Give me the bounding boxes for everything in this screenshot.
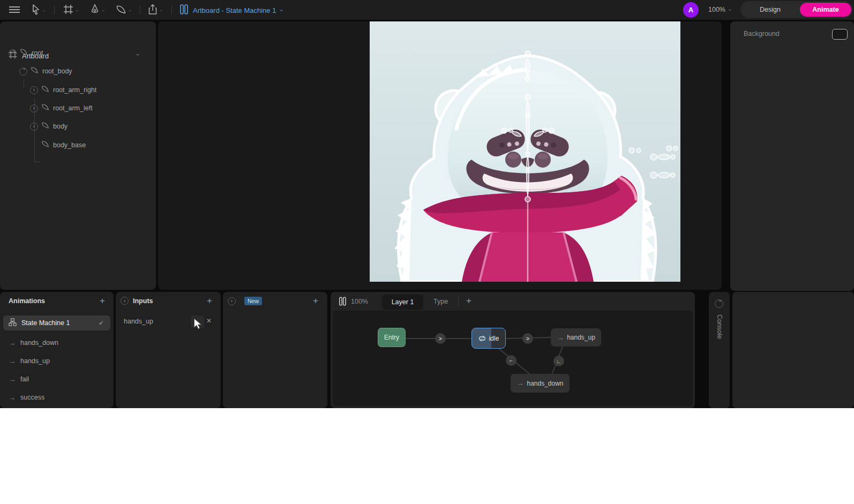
loop-icon [478,335,486,342]
inspector-panel: Background [730,21,854,291]
chevron-down-icon[interactable]: › [135,54,141,56]
tree-item-label: body [53,123,68,130]
select-tool-button[interactable]: › [31,4,45,17]
chevron-down-icon: › [74,10,80,11]
arrow-right-icon: → [9,375,16,383]
stage[interactable] [158,21,722,290]
transition-corner-icon: ⌐ [510,358,513,364]
input-label: hands_up [124,318,153,325]
transition-idle-hands-down[interactable]: ⌐ [506,355,516,366]
graph-panel: 100% Layer 1 Type + Entry > [331,292,695,408]
bear-illustration [370,21,680,282]
tree-item-root-arm-left[interactable]: › root_arm_left [30,102,93,115]
animation-label: fail [20,375,29,383]
animation-item-success[interactable]: → success [9,391,44,404]
add-animation-button[interactable]: + [100,296,105,305]
tree-item-label: body_base [53,141,86,149]
animate-label: Animate [812,6,838,13]
chevron-down-icon: › [727,9,733,10]
animate-mode-button[interactable]: Animate [800,3,851,17]
background-color-swatch[interactable] [832,29,848,40]
arrow-right-icon: → [516,379,523,387]
animations-title: Animations [9,297,45,305]
collapse-chevron-icon[interactable]: › [30,104,38,112]
delete-input-button[interactable]: ✕ [206,317,212,325]
console-output-panel [732,292,854,408]
add-input-button[interactable]: + [207,296,212,305]
state-machine-label: State Machine 1 [21,319,70,327]
expand-chevron-icon[interactable]: › [19,67,27,76]
transition-hands-up-hands-down[interactable]: ∟ [553,356,564,366]
state-machine-row[interactable]: State Machine 1 ✓ [3,315,110,330]
collapse-chevron-icon[interactable]: › [228,297,236,305]
avatar-initial: A [688,6,693,14]
tree-item-body-base[interactable]: body_base [41,139,86,152]
graph-canvas[interactable]: Entry > idle > → hands_up ⌐ ∟ [333,311,693,406]
console-strip[interactable]: › Console [709,292,730,408]
arrow-right-icon: → [9,394,16,402]
bone-icon [20,48,28,58]
entry-node[interactable]: Entry [378,328,406,347]
tree-item-body[interactable]: › body [30,120,68,133]
add-layer-button[interactable]: + [466,296,471,305]
transition-entry-idle[interactable]: > [435,333,446,344]
expand-chevron-icon[interactable]: › [9,49,17,57]
console-chevron-icon[interactable]: › [715,299,723,308]
artboard-tool-button[interactable]: › [63,4,78,17]
chevron-down-icon: › [279,10,285,11]
idle-node[interactable]: idle [471,328,506,349]
artboard-menu[interactable]: Artboard - State Machine 1 › [180,4,283,17]
hands-up-node-label: hands_up [567,334,595,341]
share-icon [148,4,158,17]
transition-idle-hands-up[interactable]: > [522,333,533,344]
pen-icon [90,4,100,17]
collapse-chevron-icon[interactable]: › [121,297,129,305]
tree-item-root-arm-right[interactable]: › root_arm_right [30,84,96,96]
hands-down-node[interactable]: → hands_down [511,374,570,393]
animation-item-fail[interactable]: → fail [9,373,29,386]
graph-zoom-level[interactable]: 100% [351,298,368,305]
new-badge: New [244,297,262,305]
collapse-chevron-icon[interactable]: › [30,86,38,94]
tab-type[interactable]: Type [433,298,448,305]
bone-tool-button[interactable]: › [116,5,131,17]
design-mode-button[interactable]: Design [740,6,800,13]
top-toolbar: › › › › › [0,0,854,20]
frame-icon [63,4,73,17]
bone-icon [41,103,49,113]
cursor-icon [31,4,41,17]
collapse-chevron-icon[interactable]: › [30,123,38,131]
idle-node-label: idle [489,335,499,342]
hands-up-node[interactable]: → hands_up [551,328,601,347]
artboard-icon [180,4,188,17]
chevron-down-icon: › [128,10,133,12]
inputs-panel: › Inputs + hands_up ✕ [116,292,221,408]
tree-item-label: root_body [42,67,72,75]
listeners-panel: › New + [223,292,327,408]
chevron-down-icon: › [101,10,106,11]
zoom-dropdown[interactable]: 100% › [708,6,731,13]
tree-item-label: root_arm_left [53,104,93,112]
add-listener-button[interactable]: + [313,296,318,305]
artboard-canvas[interactable] [370,21,680,282]
tab-layer-1[interactable]: Layer 1 [382,295,423,310]
hands-down-node-label: hands_down [527,380,563,387]
transition-corner-icon: ∟ [556,358,561,364]
chevron-down-icon: › [42,10,47,11]
input-row-hands-up[interactable]: hands_up ✕ [116,314,221,329]
export-tool-button[interactable]: › [148,4,162,17]
console-label: Console [716,314,723,339]
pen-tool-button[interactable]: › [90,4,104,17]
check-icon: ✓ [99,319,104,327]
artboard-menu-label: Artboard - State Machine 1 [193,6,276,14]
avatar[interactable]: A [683,2,699,18]
tree-item-root-body[interactable]: › root_body [19,65,72,78]
bone-icon [31,66,39,76]
animation-label: success [20,394,44,401]
main-menu-button[interactable] [9,6,20,13]
animation-item-hands-up[interactable]: → hands_up [9,355,50,367]
tree-item-root[interactable]: › root [9,47,43,59]
animation-item-hands-down[interactable]: → hands_down [9,336,58,349]
tree-item-label: root [32,49,43,57]
bone-icon [41,85,49,95]
